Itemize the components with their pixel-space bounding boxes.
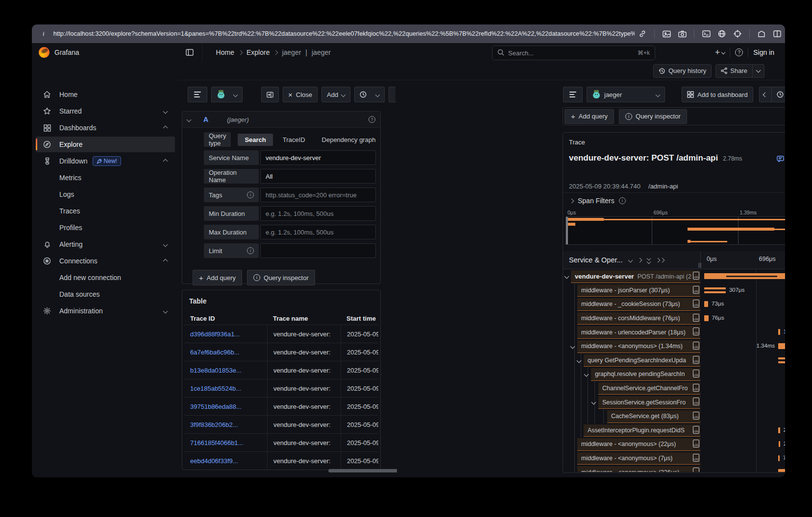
span-name-box[interactable]: middleware - corsMiddleware (76μs)LOG	[577, 312, 700, 325]
span-duration-bar[interactable]	[704, 273, 785, 279]
span-row[interactable]: ChannelService.getChannelFroLOG13μs	[563, 381, 785, 396]
max-duration-input[interactable]: e.g. 1.2s, 100ms, 500us	[260, 225, 376, 239]
span-name-box[interactable]: CacheService.get (83μs)LOG	[607, 410, 700, 423]
span-duration-bar[interactable]	[704, 301, 708, 307]
span-filters-label[interactable]: Span Filters	[578, 197, 615, 205]
span-row[interactable]: middleware - <anonymous> (1.34ms)LOG1.34…	[563, 339, 785, 353]
globe-icon[interactable]	[717, 29, 727, 39]
terminal-icon[interactable]	[701, 29, 711, 39]
sidebar-item-logs[interactable]: Logs	[36, 187, 175, 202]
sidebar-item-starred[interactable]: Starred	[36, 103, 175, 119]
span-name-box[interactable]: query GetPendingSearchIndexUpdaLOG	[584, 354, 700, 367]
clipped-toolbar-button[interactable]	[389, 87, 395, 102]
trace-id-link[interactable]: 7166185f4066b1...	[190, 439, 243, 446]
split-view-icon[interactable]	[772, 29, 782, 39]
chevron-up-icon[interactable]	[163, 258, 168, 263]
sidebar-item-administration[interactable]: Administration	[36, 303, 175, 319]
left-datasource-picker[interactable]	[211, 87, 243, 102]
add-query-button[interactable]: +Add query	[193, 270, 242, 285]
query-help-icon[interactable]: ?	[369, 116, 375, 123]
trace-id-link[interactable]: eebd4d06f33f9...	[190, 457, 238, 465]
minimap-drag-handle[interactable]	[566, 217, 568, 244]
tags-input[interactable]: http.status_code=200 error=true	[260, 188, 376, 202]
span-name-box[interactable]: middleware - jsonParser (307μs)LOG	[577, 284, 700, 297]
expand-all-icon[interactable]	[656, 258, 664, 262]
service-name-input[interactable]: vendure-dev-server	[260, 150, 376, 165]
sidebar-item-profiles[interactable]: Profiles	[36, 220, 175, 235]
breadcrumb-explore[interactable]: Explore	[246, 48, 270, 56]
span-row[interactable]: middleware - _cookieSession (73μs)LOG73μ…	[563, 297, 785, 311]
span-name-box[interactable]: graphql.resolve pendingSearchInLOG	[591, 368, 700, 381]
trace-id-link[interactable]: 6a7ef6ba6c96b...	[190, 349, 239, 356]
sidebar-item-alerting[interactable]: Alerting	[36, 236, 175, 252]
span-log-icon[interactable]: LOG	[693, 286, 699, 294]
span-filters-expand-icon[interactable]	[569, 198, 574, 203]
chevron-down-icon[interactable]	[163, 109, 168, 114]
span-log-icon[interactable]: LOG	[693, 398, 699, 405]
chevron-up-icon[interactable]	[163, 159, 168, 164]
span-name-box[interactable]: middleware - <anonymous> (7μs)LOG	[577, 452, 700, 465]
breadcrumb-datasource[interactable]: jaeger	[282, 48, 301, 56]
limit-input[interactable]	[260, 243, 376, 258]
span-log-icon[interactable]: LOG	[693, 468, 699, 472]
span-log-icon[interactable]: LOG	[693, 314, 699, 322]
span-duration-bar[interactable]	[779, 441, 780, 447]
time-shift-back-button[interactable]	[759, 87, 772, 102]
span-row[interactable]: CacheService.get (83μs)LOG83μs	[563, 409, 785, 423]
span-log-icon[interactable]: LOG	[693, 440, 699, 447]
operation-name-input[interactable]: All	[260, 169, 376, 184]
sidebar-item-drilldown[interactable]: DrilldownNew!	[36, 153, 175, 169]
span-duration-bar[interactable]	[778, 329, 780, 335]
span-log-icon[interactable]: LOG	[693, 454, 699, 462]
span-row[interactable]: AssetInterceptorPlugin.requestDidSLOG24μ…	[563, 423, 785, 438]
span-row[interactable]: graphql.resolve pendingSearchInLOG618μs	[563, 367, 785, 381]
span-name-box[interactable]: ChannelService.getChannelFroLOG	[598, 382, 700, 395]
span-row[interactable]: middleware - urlencodedParser (18μs)LOG1…	[563, 325, 785, 339]
span-row[interactable]: middleware - corsMiddleware (76μs)LOG76μ…	[563, 311, 785, 326]
trace-id-link[interactable]: 3f9f836b206b2...	[190, 421, 238, 428]
query-inspector-button[interactable]: iQuery inspector	[247, 270, 315, 285]
mega-menu-toggle-icon[interactable]	[183, 46, 196, 59]
copy-link-icon[interactable]	[638, 29, 647, 39]
right-pane-outline-button[interactable]	[563, 87, 583, 102]
time-range-button[interactable]	[772, 87, 785, 102]
span-duration-bar[interactable]	[778, 343, 785, 349]
span-log-icon[interactable]: LOG	[693, 328, 699, 335]
column-header-start-time[interactable]: Start time	[341, 312, 378, 325]
sidebar-item-dashboards[interactable]: Dashboards	[36, 120, 175, 136]
add-to-dashboard-button[interactable]: Add to dashboard	[682, 87, 753, 102]
time-range-button[interactable]	[354, 87, 385, 102]
sort-chevron-icon[interactable]	[629, 258, 632, 262]
field-info-icon[interactable]: i	[247, 247, 254, 254]
sidebar-item-traces[interactable]: Traces	[36, 203, 175, 219]
query-type-tab-traceid[interactable]: TraceID	[276, 134, 312, 146]
span-duration-bar[interactable]	[778, 427, 780, 433]
trace-id-link[interactable]: d396d88f936a1...	[190, 330, 240, 338]
breadcrumb-home[interactable]: Home	[216, 48, 234, 56]
camera-icon[interactable]	[677, 29, 687, 39]
close-pane-button[interactable]: ×Close	[283, 87, 318, 102]
span-row[interactable]: middleware - <anonymous> (326μs)LOG326μs	[563, 465, 785, 472]
query-inspector-button[interactable]: iQuery inspector	[619, 109, 687, 124]
trace-id-link[interactable]: 39751b86eda88...	[190, 403, 242, 410]
span-name-box[interactable]: SessionService.getSessionFroLOG	[598, 396, 700, 409]
span-name-box[interactable]: middleware - urlencodedParser (18μs)LOG	[577, 326, 700, 339]
min-duration-input[interactable]: e.g. 1.2s, 100ms, 500us	[260, 206, 376, 221]
span-collapse-icon[interactable]	[591, 400, 596, 405]
span-log-icon[interactable]: LOG	[693, 300, 699, 307]
chevron-up-icon[interactable]	[163, 125, 168, 130]
chevron-down-icon[interactable]	[163, 308, 168, 313]
span-collapse-icon[interactable]	[565, 274, 569, 279]
grafana-logo[interactable]	[39, 47, 49, 58]
move-pane-button[interactable]	[261, 87, 279, 102]
crosshair-icon[interactable]	[733, 29, 742, 39]
collapse-one-icon[interactable]	[638, 258, 641, 262]
span-name-box[interactable]: middleware - <anonymous> (1.34ms)LOG	[577, 340, 700, 353]
breadcrumb-datasource-2[interactable]: jaeger	[312, 48, 331, 56]
span-row[interactable]: middleware - <anonymous> (22μs)LOG22μs	[563, 437, 785, 451]
right-datasource-picker[interactable]: jaeger	[587, 87, 665, 102]
query-type-tab-search[interactable]: Search	[238, 134, 272, 146]
left-pane-outline-button[interactable]	[188, 87, 207, 102]
sign-in-button[interactable]: Sign in	[753, 48, 774, 56]
new-menu-button[interactable]: +	[715, 47, 725, 58]
